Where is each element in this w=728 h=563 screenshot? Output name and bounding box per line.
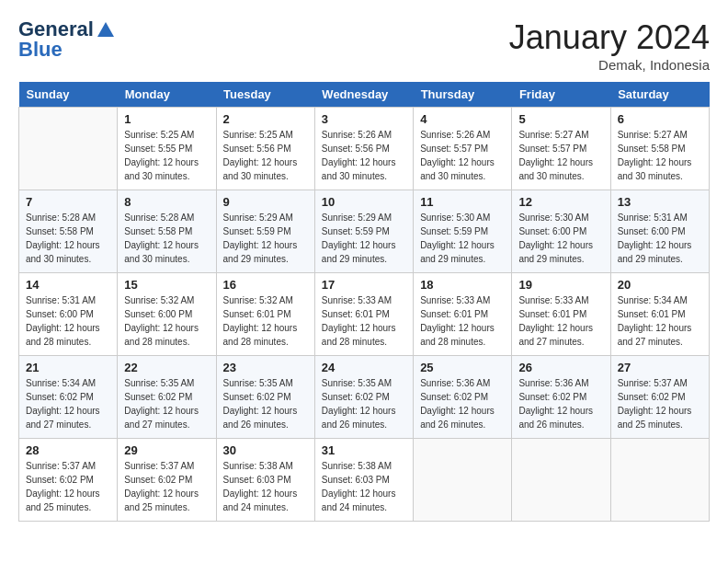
week-row-5: 28Sunrise: 5:37 AM Sunset: 6:02 PM Dayli… [19,439,710,522]
calendar-cell: 4Sunrise: 5:26 AM Sunset: 5:57 PM Daylig… [414,108,512,190]
calendar-cell: 28Sunrise: 5:37 AM Sunset: 6:02 PM Dayli… [19,439,118,522]
calendar-cell: 2Sunrise: 5:25 AM Sunset: 5:56 PM Daylig… [216,108,314,190]
day-number: 9 [223,195,308,209]
week-row-4: 21Sunrise: 5:34 AM Sunset: 6:02 PM Dayli… [19,356,710,439]
day-info: Sunrise: 5:33 AM Sunset: 6:01 PM Dayligh… [322,293,406,349]
calendar-cell: 9Sunrise: 5:29 AM Sunset: 5:59 PM Daylig… [216,190,314,273]
calendar-cell: 19Sunrise: 5:33 AM Sunset: 6:01 PM Dayli… [512,273,610,356]
week-row-3: 14Sunrise: 5:31 AM Sunset: 6:00 PM Dayli… [19,273,710,356]
day-info: Sunrise: 5:27 AM Sunset: 5:57 PM Dayligh… [518,128,603,183]
day-info: Sunrise: 5:32 AM Sunset: 6:01 PM Dayligh… [223,293,308,349]
logo: General Blue [18,18,116,61]
day-number: 18 [420,278,505,292]
day-number: 27 [618,361,702,374]
day-info: Sunrise: 5:32 AM Sunset: 6:00 PM Dayligh… [124,293,209,349]
day-number: 24 [322,361,406,374]
calendar-cell: 26Sunrise: 5:36 AM Sunset: 6:02 PM Dayli… [512,356,610,439]
calendar-cell: 24Sunrise: 5:35 AM Sunset: 6:02 PM Dayli… [314,356,413,439]
calendar-cell: 22Sunrise: 5:35 AM Sunset: 6:02 PM Dayli… [118,356,216,439]
calendar-cell: 21Sunrise: 5:34 AM Sunset: 6:02 PM Dayli… [19,356,118,439]
day-info: Sunrise: 5:33 AM Sunset: 6:01 PM Dayligh… [518,293,603,349]
calendar-cell: 31Sunrise: 5:38 AM Sunset: 6:03 PM Dayli… [314,439,413,522]
col-header-saturday: Saturday [610,82,709,108]
calendar-cell: 25Sunrise: 5:36 AM Sunset: 6:02 PM Dayli… [414,356,512,439]
day-number: 10 [322,195,406,209]
logo-blue: Blue [18,39,116,61]
calendar-cell: 16Sunrise: 5:32 AM Sunset: 6:01 PM Dayli… [216,273,314,356]
day-number: 26 [518,361,603,374]
day-info: Sunrise: 5:38 AM Sunset: 6:03 PM Dayligh… [322,459,406,514]
calendar-cell: 17Sunrise: 5:33 AM Sunset: 6:01 PM Dayli… [314,273,413,356]
page-header: General Blue January 2024 Demak, Indones… [18,18,710,73]
calendar-cell [512,439,610,522]
day-number: 21 [26,361,110,374]
calendar-cell [19,108,118,190]
day-info: Sunrise: 5:36 AM Sunset: 6:02 PM Dayligh… [420,376,505,431]
day-number: 4 [420,112,505,126]
day-info: Sunrise: 5:37 AM Sunset: 6:02 PM Dayligh… [618,376,702,431]
calendar-cell: 6Sunrise: 5:27 AM Sunset: 5:58 PM Daylig… [610,108,709,190]
day-info: Sunrise: 5:35 AM Sunset: 6:02 PM Dayligh… [322,376,406,431]
day-info: Sunrise: 5:31 AM Sunset: 6:00 PM Dayligh… [618,211,702,266]
title-block: January 2024 Demak, Indonesia [509,18,710,73]
svg-marker-0 [97,22,114,37]
calendar-table: SundayMondayTuesdayWednesdayThursdayFrid… [18,82,710,522]
day-info: Sunrise: 5:34 AM Sunset: 6:02 PM Dayligh… [26,376,110,431]
day-number: 13 [618,195,702,209]
day-info: Sunrise: 5:26 AM Sunset: 5:56 PM Dayligh… [322,128,406,183]
calendar-cell: 7Sunrise: 5:28 AM Sunset: 5:58 PM Daylig… [19,190,118,273]
calendar-cell: 10Sunrise: 5:29 AM Sunset: 5:59 PM Dayli… [314,190,413,273]
day-number: 5 [518,112,603,126]
day-info: Sunrise: 5:26 AM Sunset: 5:57 PM Dayligh… [420,128,505,183]
calendar-cell: 1Sunrise: 5:25 AM Sunset: 5:55 PM Daylig… [118,108,216,190]
day-number: 23 [223,361,308,374]
calendar-cell: 30Sunrise: 5:38 AM Sunset: 6:03 PM Dayli… [216,439,314,522]
calendar-cell [610,439,709,522]
calendar-cell: 5Sunrise: 5:27 AM Sunset: 5:57 PM Daylig… [512,108,610,190]
day-number: 8 [124,195,209,209]
day-info: Sunrise: 5:25 AM Sunset: 5:55 PM Dayligh… [124,128,209,183]
day-number: 19 [518,278,603,292]
day-number: 7 [26,195,110,209]
day-number: 12 [518,195,603,209]
day-info: Sunrise: 5:36 AM Sunset: 6:02 PM Dayligh… [518,376,603,431]
header-row: SundayMondayTuesdayWednesdayThursdayFrid… [19,82,710,108]
col-header-wednesday: Wednesday [314,82,413,108]
day-number: 17 [322,278,406,292]
day-info: Sunrise: 5:37 AM Sunset: 6:02 PM Dayligh… [124,459,209,514]
day-number: 2 [223,112,308,126]
day-info: Sunrise: 5:28 AM Sunset: 5:58 PM Dayligh… [26,211,110,266]
week-row-2: 7Sunrise: 5:28 AM Sunset: 5:58 PM Daylig… [19,190,710,273]
day-number: 11 [420,195,505,209]
day-info: Sunrise: 5:28 AM Sunset: 5:58 PM Dayligh… [124,211,209,266]
day-info: Sunrise: 5:27 AM Sunset: 5:58 PM Dayligh… [618,128,702,183]
logo-icon [96,20,116,40]
calendar-cell: 13Sunrise: 5:31 AM Sunset: 6:00 PM Dayli… [610,190,709,273]
calendar-cell: 23Sunrise: 5:35 AM Sunset: 6:02 PM Dayli… [216,356,314,439]
day-number: 31 [322,443,406,457]
day-number: 20 [618,278,702,292]
day-info: Sunrise: 5:38 AM Sunset: 6:03 PM Dayligh… [223,459,308,514]
day-number: 15 [124,278,209,292]
day-info: Sunrise: 5:34 AM Sunset: 6:01 PM Dayligh… [618,293,702,349]
calendar-cell: 8Sunrise: 5:28 AM Sunset: 5:58 PM Daylig… [118,190,216,273]
day-number: 29 [124,443,209,457]
week-row-1: 1Sunrise: 5:25 AM Sunset: 5:55 PM Daylig… [19,108,710,190]
day-info: Sunrise: 5:29 AM Sunset: 5:59 PM Dayligh… [322,211,406,266]
day-info: Sunrise: 5:35 AM Sunset: 6:02 PM Dayligh… [124,376,209,431]
day-info: Sunrise: 5:31 AM Sunset: 6:00 PM Dayligh… [26,293,110,349]
day-info: Sunrise: 5:29 AM Sunset: 5:59 PM Dayligh… [223,211,308,266]
calendar-cell: 12Sunrise: 5:30 AM Sunset: 6:00 PM Dayli… [512,190,610,273]
calendar-cell: 11Sunrise: 5:30 AM Sunset: 5:59 PM Dayli… [414,190,512,273]
day-number: 6 [618,112,702,126]
col-header-thursday: Thursday [414,82,512,108]
col-header-tuesday: Tuesday [216,82,314,108]
day-number: 3 [322,112,406,126]
location: Demak, Indonesia [509,57,710,73]
day-number: 14 [26,278,110,292]
calendar-cell: 15Sunrise: 5:32 AM Sunset: 6:00 PM Dayli… [118,273,216,356]
day-number: 22 [124,361,209,374]
calendar-cell [414,439,512,522]
day-info: Sunrise: 5:30 AM Sunset: 5:59 PM Dayligh… [420,211,505,266]
day-number: 1 [124,112,209,126]
